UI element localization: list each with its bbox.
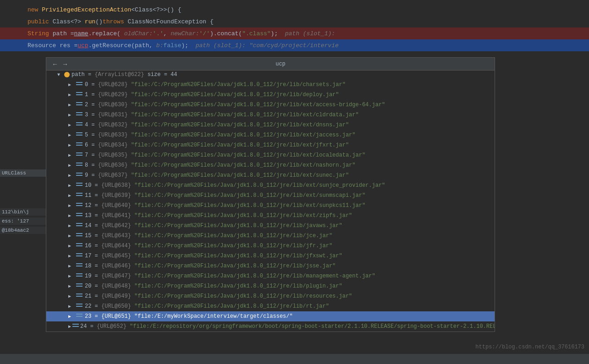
svg-rect-16 [76,145,83,146]
svg-rect-13 [76,132,83,133]
svg-rect-34 [76,235,83,236]
tree-item-entry-2[interactable]: ▶2 = {URL@630} "file:/C:/Program%20Files… [46,100,495,110]
tree-item-entry-13[interactable]: ▶13 = {URL@641} "file:/C:/Program%20File… [46,211,495,221]
svg-rect-39 [76,263,83,264]
entry-text-5: 5 = {URL@633} "file:/C:/Program%20Files/… [85,132,356,138]
entry-text-0: 0 = {URL@628} "file:/C:/Program%20Files/… [85,81,346,88]
entry-icon-10 [76,182,83,189]
svg-rect-48 [76,306,83,307]
tree-item-entry-18[interactable]: ▶18 = {URL@646} "file:/C:/Program%20File… [46,261,495,271]
svg-rect-18 [76,155,83,156]
tree-item-entry-6[interactable]: ▶6 = {URL@634} "file:/C:/Program%20Files… [46,140,495,150]
entry-icon-2 [76,102,83,108]
status-bar [0,354,589,364]
entry-icon-11 [76,192,83,199]
entry-icon-6 [76,142,83,148]
tree-item-entry-5[interactable]: ▶5 = {URL@633} "file:/C:/Program%20Files… [46,130,495,140]
tree-item-entry-4[interactable]: ▶4 = {URL@632} "file:/C:/Program%20Files… [46,120,495,130]
entry-icon-1 [76,92,83,98]
entry-text-8: 8 = {URL@636} "file:/C:/Program%20Files/… [85,162,356,168]
svg-rect-37 [76,253,83,254]
svg-rect-29 [76,213,83,214]
expand-arrow-9: ▶ [68,173,75,178]
svg-rect-47 [76,304,83,304]
svg-rect-26 [76,195,83,196]
tree-item-entry-11[interactable]: ▶11 = {URL@639} "file:/C:/Program%20File… [46,190,495,201]
forward-button[interactable]: → [60,60,70,69]
tree-item-entry-22[interactable]: ▶22 = {URL@650} "file:/C:/Program%20File… [46,301,495,311]
tree-item-entry-24[interactable]: ▶24 = {URL@652} "file:/E:/repository/org… [46,321,495,331]
tree-item-entry-23[interactable]: ▶23 = {URL@651} "file:/E:/myWorkSpace/in… [46,311,495,321]
side-label-1: URLClass [0,169,46,177]
expand-arrow-18: ▶ [68,263,75,269]
svg-rect-43 [76,283,83,284]
svg-rect-8 [76,104,83,105]
svg-point-2 [64,72,70,77]
svg-rect-45 [76,293,83,294]
back-button[interactable]: ← [50,60,60,69]
editor-area: new PrivilegedExceptionAction<Class<?>>(… [0,0,589,57]
tree-item-entry-8[interactable]: ▶8 = {URL@636} "file:/C:/Program%20Files… [46,160,495,170]
entry-icon-12 [76,202,83,209]
expand-arrow-24: ▶ [68,324,71,329]
tree-item-entry-17[interactable]: ▶17 = {URL@645} "file:/C:/Program%20File… [46,251,495,261]
expand-arrow-3: ▶ [68,112,75,118]
entry-icon-8 [76,162,83,168]
entry-icon-21 [76,293,83,299]
entries-container: ▶0 = {URL@628} "file:/C:/Program%20Files… [46,80,495,331]
entry-text-1: 1 = {URL@629} "file:/C:/Program%20Files/… [85,92,339,98]
entry-icon-22 [76,303,83,310]
tree-item-entry-20[interactable]: ▶20 = {URL@648} "file:/C:/Program%20File… [46,281,495,291]
entry-icon-9 [76,172,83,179]
expand-arrow-14: ▶ [68,223,75,228]
entry-icon-7 [76,152,83,158]
entry-icon-17 [76,253,83,259]
tree-item-entry-16[interactable]: ▶16 = {URL@644} "file:/C:/Program%20File… [46,241,495,251]
tree-item-entry-7[interactable]: ▶7 = {URL@635} "file:/C:/Program%20Files… [46,150,495,160]
tree-item-entry-0[interactable]: ▶0 = {URL@628} "file:/C:/Program%20Files… [46,80,495,90]
expand-arrow-1: ▶ [68,92,75,98]
tree-item-entry-3[interactable]: ▶3 = {URL@631} "file:/C:/Program%20Files… [46,110,495,120]
expand-arrow-21: ▶ [68,293,75,299]
tree-item-path[interactable]: ▼ path = {ArrayList@622} size = 44 [46,71,495,80]
path-label: path = {ArrayList@622} size = 44 [72,71,177,78]
code-line-3: String path = name .replace( oldChar: '.… [0,27,589,39]
svg-rect-25 [76,193,83,194]
tree-item-entry-14[interactable]: ▶14 = {URL@642} "file:/C:/Program%20File… [46,221,495,231]
entry-text-24: 24 = {URL@652} "file:/E:/repository/org/… [80,323,495,330]
expand-arrow-23: ▶ [68,314,75,319]
svg-rect-15 [76,142,83,143]
expand-arrow-16: ▶ [68,243,75,249]
tree-item-entry-19[interactable]: ▶19 = {URL@647} "file:/C:/Program%20File… [46,271,495,281]
svg-rect-38 [76,255,83,256]
side-label-2: 112\bin\j [0,208,48,216]
expand-arrow-4: ▶ [68,122,75,128]
entry-icon-20 [76,283,83,289]
expand-arrow-0: ▶ [68,82,75,87]
tree-item-entry-15[interactable]: ▶15 = {URL@643} "file:/C:/Program%20File… [46,231,495,241]
entry-text-12: 12 = {URL@640} "file:/C:/Program%20Files… [85,202,365,209]
svg-rect-40 [76,266,83,266]
expand-arrow-7: ▶ [68,152,75,158]
svg-rect-52 [72,326,79,327]
entry-text-2: 2 = {URL@630} "file:/C:/Program%20Files/… [85,102,385,108]
tree-item-entry-1[interactable]: ▶1 = {URL@629} "file:/C:/Program%20Files… [46,90,495,100]
entry-text-11: 11 = {URL@639} "file:/C:/Program%20Files… [85,192,365,199]
tree-item-entry-21[interactable]: ▶21 = {URL@649} "file:/C:/Program%20File… [46,291,495,301]
svg-rect-21 [76,173,83,174]
svg-rect-11 [76,122,83,123]
tree-item-entry-10[interactable]: ▶10 = {URL@638} "file:/C:/Program%20File… [46,180,495,190]
tree-item-entry-9[interactable]: ▶9 = {URL@637} "file:/C:/Program%20Files… [46,170,495,180]
entry-text-17: 17 = {URL@645} "file:/C:/Program%20Files… [85,253,342,259]
tree-item-entry-12[interactable]: ▶12 = {URL@640} "file:/C:/Program%20File… [46,201,495,211]
forward-icon: → [62,60,68,68]
entry-icon-13 [76,212,83,219]
expand-arrow-6: ▶ [68,142,75,148]
entry-icon-5 [76,132,83,138]
svg-rect-5 [76,92,83,93]
expand-arrow-12: ▶ [68,203,75,208]
svg-rect-31 [76,223,83,224]
svg-rect-10 [76,114,83,115]
svg-rect-51 [72,324,79,325]
debug-content[interactable]: ▼ oo ucp = {URLClassPath@621} ▼ path = {… [46,71,495,331]
